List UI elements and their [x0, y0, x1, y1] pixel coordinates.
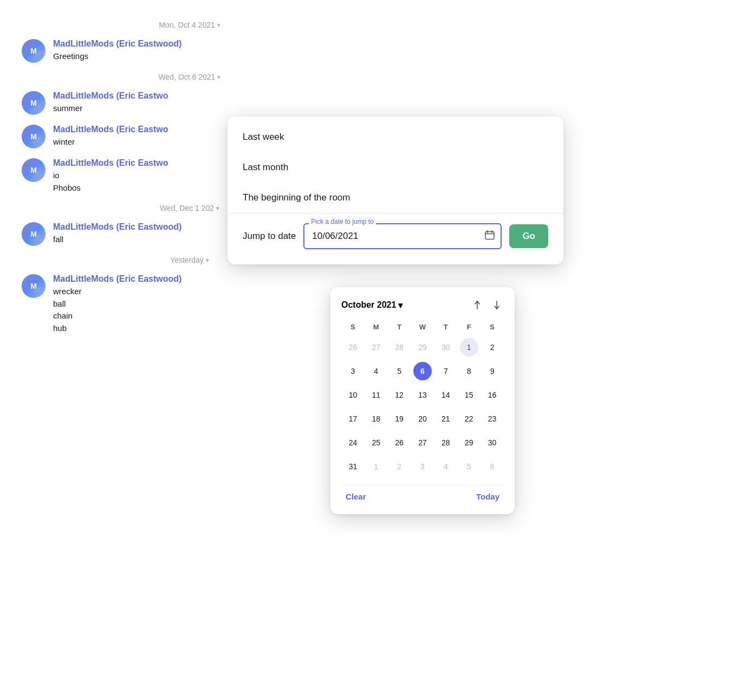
cal-day-w1-d0: 3	[341, 359, 365, 383]
svg-rect-12	[485, 232, 494, 239]
avatar-5: M	[22, 222, 46, 246]
cal-day-w2-d5: 15	[457, 383, 481, 407]
svg-text:M: M	[30, 99, 37, 107]
cal-day-w3-d4: 21	[434, 407, 457, 431]
message-row-2: M MadLittleMods (Eric Eastwo summer	[22, 91, 358, 115]
date-input-label: Pick a date to jump to	[309, 218, 375, 225]
cal-day-btn-17-w3[interactable]: 17	[343, 410, 362, 428]
avatar-1: M	[22, 39, 46, 63]
cal-day-w0-d0: 26	[341, 335, 365, 359]
cal-day-btn-24-w4[interactable]: 24	[343, 433, 362, 452]
cal-day-btn-21-w3[interactable]: 21	[437, 410, 455, 428]
message-row-6: M MadLittleMods (Eric Eastwood) wrecker …	[22, 274, 358, 334]
cal-day-btn-12-w2[interactable]: 12	[390, 386, 408, 404]
cal-day-btn-1-w0[interactable]: 1	[460, 338, 478, 357]
date-input[interactable]	[303, 223, 502, 249]
calendar-next-button[interactable]	[490, 298, 504, 312]
cal-day-btn-22-w3[interactable]: 22	[460, 410, 478, 428]
cal-day-btn-19-w3[interactable]: 19	[390, 410, 408, 428]
cal-day-w2-d0: 10	[341, 383, 365, 407]
cal-day-btn-3-w1[interactable]: 3	[343, 362, 362, 380]
cal-day-btn-4-w1[interactable]: 4	[367, 362, 385, 380]
message-text-6b: ball	[53, 298, 181, 310]
cal-day-btn-9-w1[interactable]: 9	[483, 362, 502, 380]
date-separator-2[interactable]: Wed, Oct 6 2021 ▾	[22, 73, 358, 81]
cal-day-btn-16-w2[interactable]: 16	[483, 386, 502, 404]
svg-text:M: M	[30, 132, 37, 141]
cal-day-btn-8-w1[interactable]: 8	[460, 362, 478, 380]
cal-day-w0-d5: 1	[457, 335, 481, 359]
cal-day-btn-6-w5[interactable]: 6	[483, 457, 502, 476]
menu-item-last-week[interactable]: Last week	[228, 122, 563, 152]
go-button[interactable]: Go	[509, 224, 548, 248]
cal-day-w0-d1: 27	[365, 335, 388, 359]
cal-day-btn-6-w1[interactable]: 6	[413, 362, 432, 380]
cal-day-w1-d4: 7	[434, 359, 457, 383]
calendar-days-header: S M T W T F S	[341, 321, 504, 335]
menu-item-beginning[interactable]: The beginning of the room	[228, 183, 563, 213]
cal-day-btn-29-w0[interactable]: 29	[413, 338, 432, 357]
cal-day-btn-11-w2[interactable]: 11	[367, 386, 385, 404]
sender-name-6: MadLittleMods (Eric Eastwood)	[53, 274, 181, 284]
cal-day-w0-d4: 30	[434, 335, 457, 359]
cal-day-btn-20-w3[interactable]: 20	[413, 410, 432, 428]
menu-item-last-month[interactable]: Last month	[228, 152, 563, 183]
dow-mon: M	[365, 321, 388, 335]
cal-day-btn-14-w2[interactable]: 14	[437, 386, 455, 404]
cal-day-btn-1-w5[interactable]: 1	[367, 457, 385, 476]
cal-day-btn-10-w2[interactable]: 10	[343, 386, 362, 404]
cal-day-btn-4-w5[interactable]: 4	[437, 457, 455, 476]
cal-day-w3-d5: 22	[457, 407, 481, 431]
date-separator-1[interactable]: Mon, Oct 4 2021 ▾	[22, 21, 358, 29]
cal-day-btn-28-w0[interactable]: 28	[390, 338, 408, 357]
date-input-wrapper: Pick a date to jump to	[303, 223, 502, 249]
cal-day-btn-2-w0[interactable]: 2	[483, 338, 502, 357]
cal-day-btn-5-w1[interactable]: 5	[390, 362, 408, 380]
dow-fri: F	[457, 321, 481, 335]
cal-day-btn-27-w0[interactable]: 27	[367, 338, 385, 357]
message-content-4: MadLittleMods (Eric Eastwo io Phobos	[53, 158, 168, 194]
dropdown-menu: Last week Last month The beginning of th…	[228, 116, 563, 264]
avatar-4: M	[22, 158, 46, 182]
avatar-2: M	[22, 91, 46, 115]
cal-day-w0-d2: 28	[388, 335, 411, 359]
sender-name-4: MadLittleMods (Eric Eastwo	[53, 158, 168, 168]
cal-day-btn-30-w4[interactable]: 30	[483, 433, 502, 452]
cal-day-btn-3-w5[interactable]: 3	[413, 457, 432, 476]
cal-day-btn-7-w1[interactable]: 7	[437, 362, 455, 380]
cal-day-w5-d6: 6	[481, 455, 504, 478]
calendar-prev-button[interactable]	[470, 298, 484, 312]
dow-sun: S	[341, 321, 365, 335]
clear-button[interactable]: Clear	[341, 490, 371, 503]
message-text-3: winter	[53, 136, 168, 148]
cal-day-btn-5-w5[interactable]: 5	[460, 457, 478, 476]
calendar-grid: S M T W T F S 26272829301234567891011121…	[341, 321, 504, 478]
cal-day-w1-d5: 8	[457, 359, 481, 383]
svg-text:M: M	[30, 47, 37, 55]
cal-day-w2-d3: 13	[411, 383, 434, 407]
cal-day-btn-30-w0[interactable]: 30	[437, 338, 455, 357]
today-button[interactable]: Today	[472, 490, 504, 503]
cal-day-btn-23-w3[interactable]: 23	[483, 410, 502, 428]
cal-day-btn-2-w5[interactable]: 2	[390, 457, 408, 476]
sender-name-3: MadLittleMods (Eric Eastwo	[53, 125, 168, 134]
cal-day-btn-18-w3[interactable]: 18	[367, 410, 385, 428]
cal-day-btn-26-w0[interactable]: 26	[343, 338, 362, 357]
cal-day-btn-31-w5[interactable]: 31	[343, 457, 362, 476]
cal-day-btn-13-w2[interactable]: 13	[413, 386, 432, 404]
cal-day-btn-26-w4[interactable]: 26	[390, 433, 408, 452]
chevron-icon-1: ▾	[217, 22, 220, 29]
svg-text:M: M	[30, 166, 37, 174]
message-text-6d: hub	[53, 322, 181, 335]
cal-day-btn-27-w4[interactable]: 27	[413, 433, 432, 452]
dow-sat: S	[481, 321, 504, 335]
cal-week-4: 24252627282930	[341, 431, 504, 455]
cal-day-w4-d5: 29	[457, 431, 481, 455]
cal-day-btn-29-w4[interactable]: 29	[460, 433, 478, 452]
cal-day-btn-25-w4[interactable]: 25	[367, 433, 385, 452]
cal-day-btn-15-w2[interactable]: 15	[460, 386, 478, 404]
calendar-icon	[484, 230, 495, 243]
jump-to-date-label: Jump to date	[243, 231, 296, 242]
calendar-month-year[interactable]: October 2021 ▾	[341, 300, 403, 310]
cal-day-btn-28-w4[interactable]: 28	[437, 433, 455, 452]
